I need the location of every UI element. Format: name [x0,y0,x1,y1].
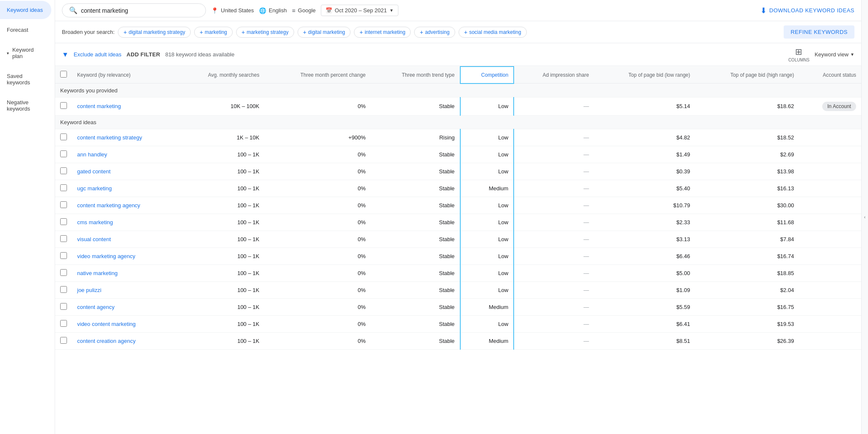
row-checkbox[interactable] [60,102,67,109]
row-checkbox[interactable] [60,150,67,157]
keyword-link[interactable]: visual content [77,236,111,242]
table-row: visual content 100 – 1K 0% Stable Low — … [55,231,861,248]
account-status-column-header[interactable]: Account status [799,67,861,83]
keyword-cell[interactable]: cms marketing [72,214,178,231]
keyword-cell[interactable]: visual content [72,231,178,248]
broaden-chip-5[interactable]: + advertising [414,27,455,38]
row-checkbox-cell[interactable] [55,180,72,197]
sidebar-item-keyword-ideas[interactable]: Keyword ideas [0,1,51,19]
row-checkbox[interactable] [60,134,67,140]
row-checkbox-cell[interactable] [55,332,72,349]
competition-column-header[interactable]: Competition [460,67,514,83]
keyword-cell[interactable]: video marketing agency [72,248,178,264]
location-chip[interactable]: 📍 United States [211,7,254,14]
sidebar-item-forecast[interactable]: Forecast [0,21,51,39]
exclude-adult-link[interactable]: Exclude adult ideas [74,51,122,58]
keyword-link[interactable]: cms marketing [77,219,113,225]
avg-monthly-column-header[interactable]: Avg. monthly searches [178,67,264,83]
network-chip[interactable]: ≡ Google [292,7,316,14]
keyword-cell[interactable]: content creation agency [72,332,178,349]
keyword-cell[interactable]: native marketing [72,264,178,281]
row-checkbox[interactable] [60,218,67,225]
keyword-link[interactable]: video marketing agency [77,253,135,259]
keyword-link[interactable]: joe pulizzi [77,287,101,293]
columns-button[interactable]: ⊞ COLUMNS [788,47,810,62]
sidebar-item-saved-keywords[interactable]: Saved keywords [0,67,51,92]
three-month-trend-column-header[interactable]: Three month trend type [371,67,460,83]
download-button[interactable]: ⬇ DOWNLOAD KEYWORD IDEAS [760,6,854,15]
row-checkbox-cell[interactable] [55,298,72,315]
broaden-chip-2[interactable]: + marketing strategy [236,27,294,38]
refine-keywords-button[interactable]: REFINE KEYWORDS [784,25,854,39]
keyword-link[interactable]: native marketing [77,270,117,276]
date-range-picker[interactable]: 📅 Oct 2020 – Sep 2021 ▼ [321,5,398,16]
three-month-pct-cell: 0% [264,298,371,315]
broaden-chip-0[interactable]: + digital marketing strategy [118,27,191,38]
top-bid-high-column-header[interactable]: Top of page bid (high range) [695,67,799,83]
sidebar-item-negative-keywords[interactable]: Negative keywords [0,93,51,118]
row-checkbox[interactable] [60,303,67,310]
row-checkbox[interactable] [60,201,67,208]
keyword-cell[interactable]: content marketing strategy [72,129,178,146]
keyword-link[interactable]: ann handley [77,151,107,158]
keyword-link[interactable]: content marketing agency [77,202,140,209]
row-checkbox-cell[interactable] [55,248,72,264]
row-checkbox-cell[interactable] [55,214,72,231]
top-bid-low-column-header[interactable]: Top of page bid (low range) [594,67,696,83]
row-checkbox-cell[interactable] [55,281,72,298]
keyword-link[interactable]: ugc marketing [77,185,112,192]
sidebar-item-keyword-plan[interactable]: ▾ Keyword plan [0,41,51,65]
row-checkbox-cell[interactable] [55,264,72,281]
row-checkbox[interactable] [60,337,67,344]
keyword-cell[interactable]: video content marketing [72,315,178,332]
row-checkbox[interactable] [60,235,67,242]
filter-icon[interactable]: ▼ [62,51,69,58]
select-all-header[interactable] [55,67,72,83]
row-checkbox-cell[interactable] [55,163,72,180]
add-filter-button[interactable]: ADD FILTER [127,51,160,58]
row-checkbox[interactable] [60,167,67,174]
keyword-cell[interactable]: ugc marketing [72,180,178,197]
row-checkbox-cell[interactable] [55,197,72,214]
keyword-cell[interactable]: gated content [72,163,178,180]
keyword-view-button[interactable]: Keyword view ▼ [815,51,854,58]
keyword-link[interactable]: content agency [77,304,114,310]
keyword-count: 818 keyword ideas available [165,51,234,58]
row-checkbox[interactable] [60,184,67,191]
select-all-checkbox[interactable] [60,71,67,78]
row-checkbox[interactable] [60,320,67,327]
row-checkbox-cell[interactable] [55,97,72,115]
broaden-chip-6[interactable]: + social media marketing [459,27,527,38]
sidebar-toggle[interactable]: ‹ [861,0,868,434]
row-checkbox-cell[interactable] [55,146,72,163]
row-checkbox-cell[interactable] [55,129,72,146]
table-row: cms marketing 100 – 1K 0% Stable Low — $… [55,214,861,231]
competition-cell: Medium [460,332,514,349]
avg-monthly-cell: 100 – 1K [178,146,264,163]
broaden-chip-1[interactable]: + marketing [194,27,233,38]
keyword-link[interactable]: content marketing [77,103,121,109]
keyword-link[interactable]: content marketing strategy [77,134,142,141]
row-checkbox[interactable] [60,252,67,259]
search-input[interactable] [81,7,199,14]
keyword-link[interactable]: content creation agency [77,338,136,344]
language-chip[interactable]: 🌐 English [259,7,287,14]
ad-impression-column-header[interactable]: Ad impression share [514,67,594,83]
row-checkbox-cell[interactable] [55,231,72,248]
top-bid-low-cell: $10.79 [594,197,696,214]
keyword-cell[interactable]: ann handley [72,146,178,163]
keyword-cell[interactable]: content marketing [72,97,178,115]
row-checkbox[interactable] [60,286,67,293]
broaden-chip-3[interactable]: + digital marketing [298,27,351,38]
keyword-cell[interactable]: content agency [72,298,178,315]
broaden-chip-4[interactable]: + internet marketing [354,27,411,38]
keyword-cell[interactable]: content marketing agency [72,197,178,214]
keyword-cell[interactable]: joe pulizzi [72,281,178,298]
three-month-pct-column-header[interactable]: Three month percent change [264,67,371,83]
keyword-link[interactable]: gated content [77,168,111,175]
keyword-column-header[interactable]: Keyword (by relevance) [72,67,178,83]
row-checkbox-cell[interactable] [55,315,72,332]
row-checkbox[interactable] [60,269,67,276]
search-box[interactable]: 🔍 [62,3,206,17]
keyword-link[interactable]: video content marketing [77,321,136,327]
